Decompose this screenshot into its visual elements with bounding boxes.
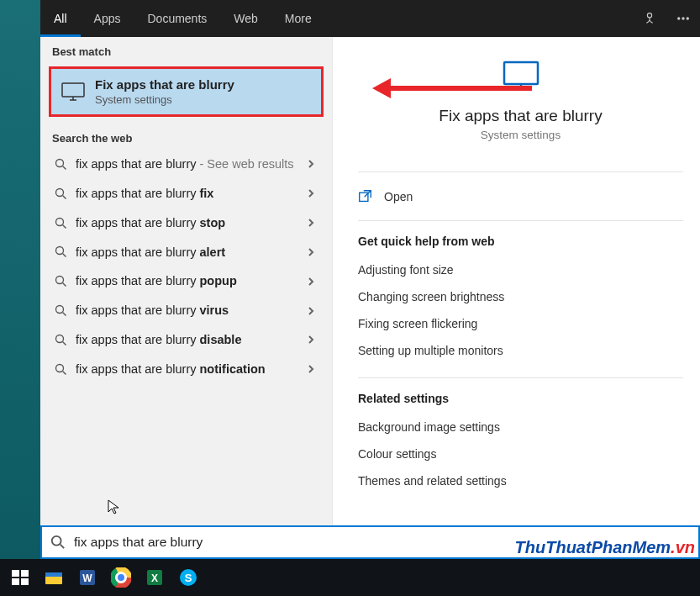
web-suggestion-text: fix apps that are blurry stop	[69, 215, 307, 231]
quick-help-link[interactable]: Setting up multiple monitors	[358, 337, 683, 364]
web-suggestion-text: fix apps that are blurry popup	[69, 273, 307, 289]
start-button[interactable]	[3, 561, 37, 594]
taskbar-app-skype[interactable]: S	[171, 561, 205, 594]
svg-point-8	[55, 247, 63, 255]
svg-point-2	[682, 18, 684, 19]
web-suggestion-text: fix apps that are blurry fix	[69, 186, 307, 202]
chevron-right-icon[interactable]	[307, 186, 320, 201]
open-icon	[358, 189, 372, 203]
search-icon	[52, 187, 69, 200]
web-suggestion[interactable]: fix apps that are blurry - See web resul…	[40, 150, 332, 179]
open-label: Open	[384, 190, 413, 203]
svg-rect-17	[21, 570, 29, 577]
best-match-item[interactable]: Fix apps that are blurry System settings	[49, 66, 324, 117]
chevron-right-icon[interactable]	[307, 245, 320, 260]
search-icon	[52, 304, 69, 317]
svg-rect-21	[45, 572, 62, 577]
svg-rect-19	[21, 578, 29, 585]
tab-more-label: More	[285, 12, 312, 25]
svg-point-3	[687, 18, 688, 19]
web-suggestion-text: fix apps that are blurry virus	[69, 303, 307, 319]
chevron-right-icon[interactable]	[307, 215, 320, 230]
web-suggestion[interactable]: fix apps that are blurry stop	[40, 208, 332, 238]
chevron-right-icon[interactable]	[307, 274, 320, 289]
search-icon	[52, 275, 69, 287]
svg-point-10	[55, 306, 63, 314]
search-panel: All Apps Documents Web More Best match F…	[40, 0, 700, 559]
monitor-icon	[61, 82, 85, 104]
open-button[interactable]: Open	[358, 186, 683, 207]
svg-point-1	[678, 18, 680, 19]
preview-pane: Fix apps that are blurry System settings…	[333, 37, 700, 525]
best-match-header: Best match	[40, 37, 332, 63]
related-settings-header: Related settings	[358, 392, 683, 405]
related-setting-link[interactable]: Themes and related settings	[358, 467, 683, 494]
chevron-right-icon[interactable]	[307, 156, 320, 171]
monitor-icon	[503, 80, 539, 93]
quick-help-link[interactable]: Fixing screen flickering	[358, 310, 683, 337]
search-icon	[50, 535, 66, 550]
search-tabs: All Apps Documents Web More	[40, 0, 700, 37]
svg-rect-4	[62, 83, 84, 97]
search-icon	[52, 158, 69, 171]
taskbar: W X S	[0, 559, 700, 596]
quick-help-link[interactable]: Adjusting font size	[358, 256, 683, 283]
web-suggestion-text: fix apps that are blurry notification	[69, 361, 307, 377]
divider	[358, 171, 683, 172]
preview-subtitle: System settings	[358, 129, 683, 141]
best-match-title: Fix apps that are blurry	[95, 77, 311, 92]
web-suggestion-text: fix apps that are blurry alert	[69, 245, 307, 261]
preview-hero: Fix apps that are blurry System settings	[358, 57, 683, 158]
watermark-ext: .vn	[671, 538, 695, 556]
web-suggestion[interactable]: fix apps that are blurry disable	[40, 325, 332, 355]
more-options-icon[interactable]	[666, 0, 700, 37]
svg-point-5	[55, 159, 63, 166]
cursor-icon	[108, 499, 119, 518]
preview-title: Fix apps that are blurry	[358, 107, 683, 125]
taskbar-app-excel[interactable]: X	[138, 561, 171, 594]
web-suggestion[interactable]: fix apps that are blurry fix	[40, 179, 332, 208]
web-suggestion-text: fix apps that are blurry disable	[69, 332, 307, 348]
svg-point-9	[55, 277, 63, 284]
svg-point-0	[647, 13, 651, 18]
search-icon	[52, 363, 69, 376]
related-setting-link[interactable]: Background image settings	[358, 414, 683, 440]
svg-rect-13	[504, 62, 538, 84]
watermark-main: ThuThuatPhanMem	[515, 538, 671, 556]
web-suggestion[interactable]: fix apps that are blurry notification	[40, 355, 332, 384]
svg-point-12	[55, 364, 63, 372]
divider	[358, 377, 683, 378]
svg-point-6	[55, 188, 63, 196]
results-column: Best match Fix apps that are blurry Syst…	[40, 37, 333, 525]
feedback-icon[interactable]	[633, 0, 666, 37]
chevron-right-icon[interactable]	[307, 303, 320, 319]
tab-apps[interactable]: Apps	[81, 0, 134, 37]
search-icon	[52, 245, 69, 258]
svg-point-7	[55, 218, 63, 225]
tab-all[interactable]: All	[40, 0, 81, 37]
quick-help-header: Get quick help from web	[358, 235, 683, 248]
web-suggestion-text: fix apps that are blurry - See web resul…	[69, 156, 307, 172]
web-suggestion[interactable]: fix apps that are blurry virus	[40, 296, 332, 325]
web-suggestion[interactable]: fix apps that are blurry popup	[40, 266, 332, 296]
tab-documents[interactable]: Documents	[134, 0, 220, 37]
chevron-right-icon[interactable]	[307, 361, 320, 377]
taskbar-app-explorer[interactable]	[37, 561, 71, 594]
web-suggestions-list: fix apps that are blurry - See web resul…	[40, 150, 332, 384]
svg-point-28	[118, 574, 124, 581]
svg-point-15	[52, 536, 61, 546]
tab-web[interactable]: Web	[220, 0, 271, 37]
chevron-right-icon[interactable]	[307, 332, 320, 347]
quick-help-link[interactable]: Changing screen brightness	[358, 283, 683, 310]
desktop-strip	[0, 0, 40, 559]
related-setting-link[interactable]: Colour settings	[358, 440, 683, 467]
taskbar-app-word[interactable]: W	[71, 561, 104, 594]
svg-rect-18	[12, 578, 19, 585]
search-web-header: Search the web	[40, 124, 332, 150]
svg-point-11	[55, 335, 63, 342]
tab-more[interactable]: More	[271, 0, 330, 37]
svg-text:W: W	[82, 572, 92, 584]
best-match-subtitle: System settings	[95, 93, 311, 106]
taskbar-app-chrome[interactable]	[104, 561, 138, 594]
web-suggestion[interactable]: fix apps that are blurry alert	[40, 238, 332, 267]
